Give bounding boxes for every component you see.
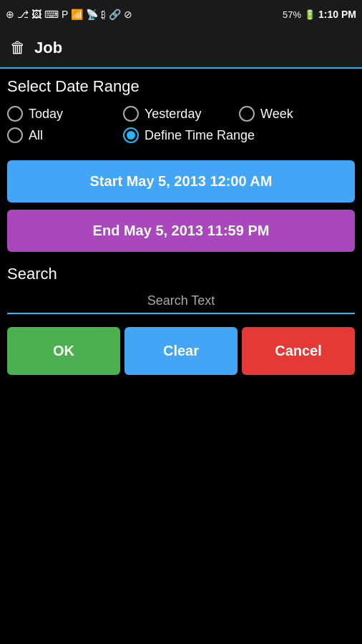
trash-icon: 🗑 <box>10 39 26 57</box>
search-input[interactable] <box>7 289 355 313</box>
label-all: All <box>29 128 43 143</box>
cancel-button[interactable]: Cancel <box>242 327 355 375</box>
time-display: 1:10 PM <box>318 9 356 20</box>
radio-all[interactable] <box>7 127 23 143</box>
label-define: Define Time Range <box>145 128 255 143</box>
usb-icon: ⊕ <box>6 9 14 20</box>
app-bar: 🗑 Job <box>0 29 362 69</box>
radio-define[interactable] <box>123 127 139 143</box>
option-yesterday[interactable]: Yesterday <box>123 106 239 122</box>
wifi-icon: 📶 <box>71 9 83 20</box>
action-buttons: OK Clear Cancel <box>7 327 355 375</box>
battery-icon: 🔋 <box>304 9 315 20</box>
usb2-icon: ⎇ <box>17 9 29 20</box>
wifi2-icon: 🔗 <box>109 9 121 20</box>
search-input-wrapper <box>7 289 355 314</box>
nfc-icon: ⊘ <box>124 9 132 20</box>
content-area: Select Date Range Today Yesterday Week A… <box>0 69 362 384</box>
search-label: Search <box>7 265 355 283</box>
battery-text: 57% <box>283 9 301 20</box>
search-section: Search <box>7 265 355 314</box>
app-title: Job <box>34 39 62 57</box>
radio-group: Today Yesterday Week All Define Time Ran… <box>7 106 355 149</box>
photo-icon: 🖼 <box>31 9 41 20</box>
radio-today[interactable] <box>7 106 23 122</box>
radio-row-1: Today Yesterday Week <box>7 106 355 122</box>
clear-button[interactable]: Clear <box>124 327 238 375</box>
ok-button[interactable]: OK <box>7 327 120 375</box>
label-week: Week <box>260 107 293 122</box>
parking-icon: P <box>62 9 68 20</box>
label-today: Today <box>29 107 63 122</box>
signal-icon: 📡 <box>86 9 98 20</box>
radio-row-2: All Define Time Range <box>7 127 355 143</box>
status-bar: ⊕ ⎇ 🖼 ⌨ P 📶 📡 ₿ 🔗 ⊘ 57% 🔋 1:10 PM <box>0 0 362 29</box>
label-yesterday: Yesterday <box>145 107 201 122</box>
start-date-button[interactable]: Start May 5, 2013 12:00 AM <box>7 160 355 203</box>
option-define[interactable]: Define Time Range <box>123 127 355 143</box>
end-date-button[interactable]: End May 5, 2013 11:59 PM <box>7 210 355 252</box>
option-week[interactable]: Week <box>239 106 355 122</box>
bluetooth-icon: ₿ <box>101 9 106 20</box>
status-bar-right: 57% 🔋 1:10 PM <box>283 9 356 20</box>
radio-yesterday[interactable] <box>123 106 139 122</box>
radio-week[interactable] <box>239 106 255 122</box>
status-bar-left: ⊕ ⎇ 🖼 ⌨ P 📶 📡 ₿ 🔗 ⊘ <box>6 9 132 20</box>
option-today[interactable]: Today <box>7 106 123 122</box>
option-all[interactable]: All <box>7 127 123 143</box>
keyboard-icon: ⌨ <box>44 9 59 20</box>
date-range-title: Select Date Range <box>7 77 355 96</box>
